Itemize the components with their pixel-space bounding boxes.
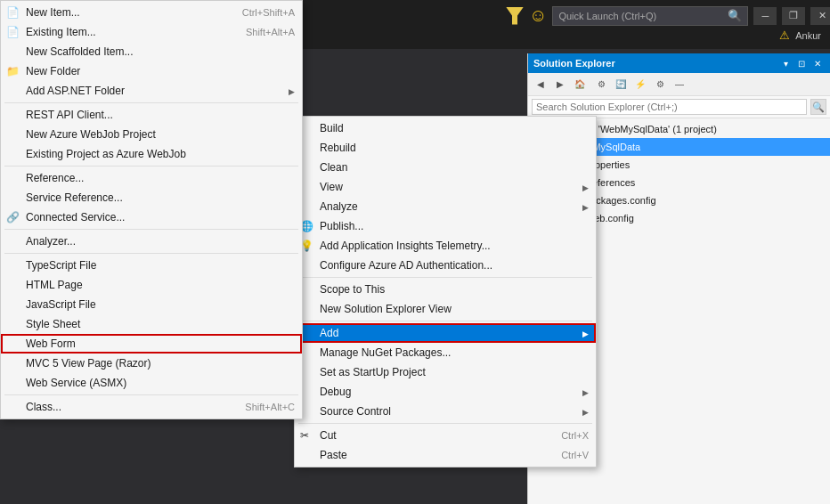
menu-item-source-control[interactable]: Source Control	[295, 402, 596, 421]
se-search-input[interactable]	[532, 99, 807, 115]
cut-icon: ✂	[300, 429, 309, 442]
add-submenu: 📄 New Item... Ctrl+Shift+A 📄 Existing It…	[0, 0, 303, 419]
menu-item-new-azure-webjob[interactable]: New Azure WebJob Project	[1, 125, 302, 144]
menu-item-service-reference[interactable]: Service Reference...	[1, 188, 302, 207]
se-title-controls: ▾ ⊡ ✕	[778, 56, 825, 70]
menu-item-analyze[interactable]: Analyze	[295, 197, 596, 216]
user-label: Ankur	[795, 30, 821, 41]
se-float-button[interactable]: ⊡	[794, 56, 809, 70]
menu-item-cut[interactable]: ✂ Cut Ctrl+X	[295, 426, 596, 445]
menu-item-publish[interactable]: 🌐 Publish...	[295, 216, 596, 236]
filter-icon[interactable]	[506, 7, 524, 25]
menu-separator	[4, 229, 298, 230]
submenu-arrow-icon	[582, 183, 589, 192]
se-forward-button[interactable]: ▶	[551, 76, 569, 93]
search-icon: 🔍	[728, 9, 742, 22]
se-filter-button[interactable]: ⚡	[631, 76, 649, 93]
menu-item-javascript-file[interactable]: JavaScript File	[1, 295, 302, 314]
menu-item-typescript-file[interactable]: TypeScript File	[1, 256, 302, 275]
menu-item-html-page[interactable]: HTML Page	[1, 275, 302, 295]
menu-item-existing-item[interactable]: 📄 Existing Item... Shift+Alt+A	[1, 22, 302, 42]
menu-item-new-item[interactable]: 📄 New Item... Ctrl+Shift+A	[1, 3, 302, 22]
menu-item-manage-nuget[interactable]: Manage NuGet Packages...	[295, 343, 596, 362]
se-close-button[interactable]: ✕	[810, 56, 825, 70]
menu-item-reference[interactable]: Reference...	[1, 168, 302, 188]
quick-launch-bar: Quick Launch (Ctrl+Q) 🔍	[552, 6, 748, 26]
menu-label: Analyze	[320, 200, 358, 213]
menu-item-connected-service[interactable]: 🔗 Connected Service...	[1, 207, 302, 227]
menu-label: Style Sheet	[26, 318, 80, 330]
se-collapse-button[interactable]: —	[671, 76, 688, 93]
menu-label: Paste	[320, 449, 347, 461]
se-refresh-button[interactable]: ⚙	[592, 76, 610, 93]
menu-separator	[4, 253, 298, 254]
menu-label: Add Application Insights Telemetry...	[320, 240, 491, 252]
shortcut-label: Ctrl+X	[561, 430, 589, 441]
menu-item-view[interactable]: View	[295, 177, 596, 197]
menu-item-set-startup[interactable]: Set as StartUp Project	[295, 362, 596, 382]
se-title: Solution Explorer	[533, 58, 615, 69]
se-toolbar: ◀ ▶ 🏠 ⚙ 🔄 ⚡ ⚙ —	[528, 73, 830, 96]
minimize-button[interactable]: ─	[753, 7, 777, 25]
shortcut-label: Shift+Alt+A	[246, 27, 295, 37]
menu-label: New Item...	[26, 6, 80, 19]
menu-item-add-insights[interactable]: 💡 Add Application Insights Telemetry...	[295, 236, 596, 256]
se-settings-button[interactable]: ⚙	[651, 76, 669, 93]
submenu-arrow-icon	[289, 86, 295, 96]
menu-item-clean[interactable]: Clean	[295, 158, 596, 177]
se-title-bar: Solution Explorer ▾ ⊡ ✕	[528, 53, 830, 73]
menu-item-class[interactable]: Class... Shift+Alt+C	[1, 397, 302, 417]
menu-item-add[interactable]: Add	[295, 323, 596, 343]
menu-item-analyzer[interactable]: Analyzer...	[1, 232, 302, 251]
menu-separator	[298, 423, 592, 424]
menu-label: Service Reference...	[26, 191, 123, 204]
menu-label: Rebuild	[320, 142, 356, 154]
menu-label: Source Control	[320, 405, 391, 418]
menu-label: New Azure WebJob Project	[26, 128, 156, 141]
menu-item-mvc5-view[interactable]: MVC 5 View Page (Razor)	[1, 354, 302, 373]
menu-label: View	[320, 181, 343, 193]
menu-item-configure-azure[interactable]: Configure Azure AD Authentication...	[295, 256, 596, 275]
menu-label: New Scaffolded Item...	[26, 45, 134, 58]
menu-label: TypeScript File	[26, 259, 96, 272]
menu-separator	[4, 166, 298, 167]
status-bar-top: ⚠ Ankur	[779, 28, 821, 42]
menu-item-add-aspnet-folder[interactable]: Add ASP.NET Folder	[1, 81, 302, 101]
menu-item-style-sheet[interactable]: Style Sheet	[1, 314, 302, 334]
shortcut-label: Ctrl+Shift+A	[242, 7, 295, 18]
menu-label: MVC 5 View Page (Razor)	[26, 357, 151, 370]
restore-button[interactable]: ❐	[782, 7, 805, 25]
shortcut-label: Ctrl+V	[561, 450, 589, 460]
menu-label: Cut	[320, 429, 337, 442]
submenu-arrow-icon	[582, 329, 589, 338]
menu-label: Clean	[320, 161, 347, 174]
menu-item-rebuild[interactable]: Rebuild	[295, 138, 596, 158]
smiley-icon: ☺	[529, 5, 547, 26]
se-search-icon[interactable]: 🔍	[810, 99, 826, 115]
menu-item-new-scaffolded[interactable]: New Scaffolded Item...	[1, 42, 302, 61]
toolbar-area: ☺ Quick Launch (Ctrl+Q) 🔍 ─ ❐ ✕	[506, 5, 830, 26]
menu-item-debug[interactable]: Debug	[295, 382, 596, 402]
menu-label: Build	[320, 122, 344, 134]
menu-label: JavaScript File	[26, 298, 96, 311]
menu-item-web-service[interactable]: Web Service (ASMX)	[1, 373, 302, 393]
menu-label: Connected Service...	[26, 211, 125, 224]
menu-separator	[298, 277, 592, 278]
se-back-button[interactable]: ◀	[532, 76, 549, 93]
se-home-button[interactable]: 🏠	[571, 76, 589, 93]
menu-item-scope-to-this[interactable]: Scope to This	[295, 280, 596, 299]
folder-icon: 📁	[6, 65, 20, 77]
quick-launch-text: Quick Launch (Ctrl+Q)	[558, 11, 656, 21]
menu-item-build[interactable]: Build	[295, 118, 596, 138]
menu-item-new-folder[interactable]: 📁 New Folder	[1, 61, 302, 81]
se-sync-button[interactable]: 🔄	[612, 76, 630, 93]
menu-item-paste[interactable]: Paste Ctrl+V	[295, 445, 596, 465]
menu-item-existing-azure[interactable]: Existing Project as Azure WebJob	[1, 144, 302, 164]
menu-item-new-solution-view[interactable]: New Solution Explorer View	[295, 299, 596, 319]
menu-item-web-form[interactable]: Web Form	[1, 334, 302, 354]
warning-icon: ⚠	[779, 28, 790, 42]
new-item-icon: 📄	[6, 6, 20, 19]
menu-item-rest-api[interactable]: REST API Client...	[1, 105, 302, 125]
close-button[interactable]: ✕	[810, 7, 830, 25]
se-pin-button[interactable]: ▾	[778, 56, 793, 70]
